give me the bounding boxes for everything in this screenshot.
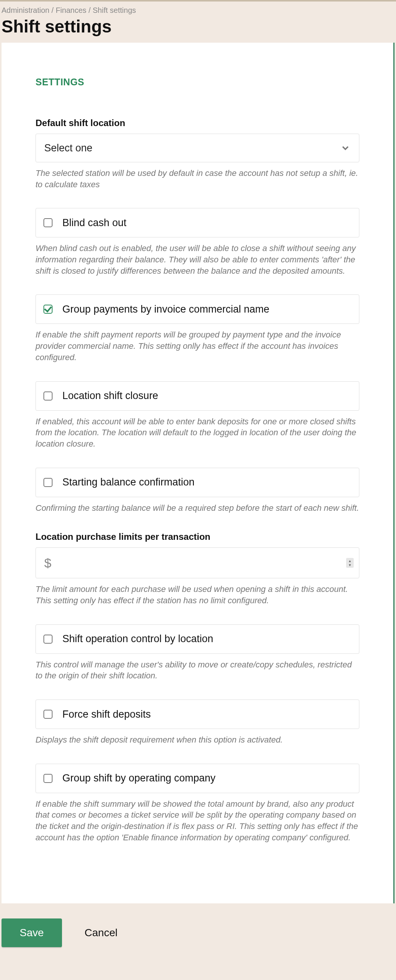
check-label: Location shift closure (62, 390, 158, 402)
breadcrumb-sep: / (88, 6, 93, 14)
field-purchase-limits: Location purchase limits per transaction… (35, 531, 359, 606)
force-deposits-toggle[interactable]: Force shift deposits (35, 700, 359, 729)
chevron-down-icon (340, 143, 351, 153)
checkbox-icon (43, 710, 53, 719)
field-label: Location purchase limits per transaction (35, 531, 359, 542)
check-label: Shift operation control by location (62, 633, 213, 645)
blind-cash-out-toggle[interactable]: Blind cash out (35, 208, 359, 237)
page-title: Shift settings (2, 16, 393, 37)
field-group-by-company: Group shift by operating company If enab… (35, 764, 359, 843)
check-label: Group shift by operating company (62, 772, 216, 784)
default-location-select[interactable]: Select one (35, 134, 359, 162)
group-payments-toggle[interactable]: Group payments by invoice commercial nam… (35, 294, 359, 324)
check-label: Force shift deposits (62, 709, 151, 720)
checkbox-icon (43, 391, 53, 401)
help-text: The selected station will be used by def… (35, 168, 359, 190)
currency-sign: $ (44, 556, 51, 570)
settings-panel: SETTINGS Default shift location Select o… (2, 43, 394, 904)
group-by-company-toggle[interactable]: Group shift by operating company (35, 764, 359, 793)
help-text: If enable the shift payment reports will… (35, 329, 359, 363)
field-label: Default shift location (35, 118, 359, 128)
footer: Save Cancel (0, 904, 396, 962)
cancel-button[interactable]: Cancel (85, 927, 118, 939)
header: Administration / Finances / Shift settin… (0, 2, 396, 43)
check-label: Blind cash out (62, 217, 126, 229)
breadcrumb: Administration / Finances / Shift settin… (2, 6, 393, 15)
field-group-payments: Group payments by invoice commercial nam… (35, 294, 359, 363)
breadcrumb-sep: / (51, 6, 56, 14)
help-text: The limit amount for each purchase will … (35, 584, 359, 606)
checkbox-icon (43, 774, 53, 783)
breadcrumb-item[interactable]: Administration (2, 6, 50, 14)
field-op-control: Shift operation control by location This… (35, 624, 359, 681)
field-starting-balance: Starting balance confirmation Confirming… (35, 468, 359, 514)
checkbox-icon (43, 635, 53, 644)
checkbox-checked-icon (43, 305, 53, 314)
starting-balance-toggle[interactable]: Starting balance confirmation (35, 468, 359, 497)
section-heading: SETTINGS (35, 76, 359, 88)
op-control-toggle[interactable]: Shift operation control by location (35, 624, 359, 654)
checkbox-icon (43, 478, 53, 487)
help-text: If enabled, this account will be able to… (35, 416, 359, 450)
check-label: Starting balance confirmation (62, 476, 195, 488)
field-blind-cash-out: Blind cash out When blind cash out is en… (35, 208, 359, 276)
help-text: This control will manage the user's abil… (35, 659, 359, 681)
help-text: When blind cash out is enabled, the user… (35, 243, 359, 276)
help-text: Confirming the starting balance will be … (35, 503, 359, 514)
check-label: Group payments by invoice commercial nam… (62, 304, 270, 315)
field-force-deposits: Force shift deposits Displays the shift … (35, 700, 359, 746)
purchase-limit-input[interactable]: $ ▲▼ (35, 547, 359, 578)
select-placeholder: Select one (44, 142, 340, 154)
number-spinner-icon[interactable]: ▲▼ (346, 558, 354, 568)
help-text: Displays the shift deposit requirement w… (35, 734, 359, 746)
help-text: If enable the shift summary will be show… (35, 799, 359, 843)
location-closure-toggle[interactable]: Location shift closure (35, 381, 359, 411)
breadcrumb-item: Shift settings (93, 6, 136, 14)
checkbox-icon (43, 218, 53, 227)
breadcrumb-item[interactable]: Finances (56, 6, 86, 14)
field-default-location: Default shift location Select one The se… (35, 118, 359, 190)
save-button[interactable]: Save (2, 918, 62, 947)
field-location-closure: Location shift closure If enabled, this … (35, 381, 359, 450)
